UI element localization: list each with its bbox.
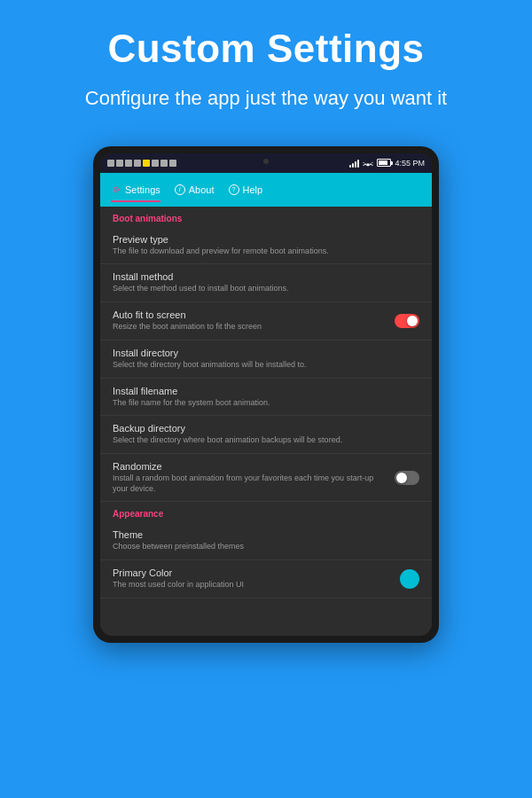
wifi-icon <box>363 159 373 168</box>
item-title-preview-type: Preview type <box>113 234 419 245</box>
page-title: Custom Settings <box>18 27 514 71</box>
device-container: 4:55 PM ⚙ Settings i About ? Help <box>0 146 532 643</box>
status-right: 4:55 PM <box>349 159 425 168</box>
notif-icon-2 <box>116 160 123 167</box>
item-text-randomize: Randomize Install a random boot animatio… <box>113 461 387 494</box>
item-subtitle-install-dir: Select the directory boot animations wil… <box>113 360 419 371</box>
item-text-auto-fit: Auto fit to screen Resize the boot anima… <box>113 309 387 332</box>
item-title-install-filename: Install filename <box>113 386 419 396</box>
item-subtitle-backup-dir: Select the directory where boot animatio… <box>113 435 419 446</box>
primary-color-circle[interactable] <box>400 569 419 589</box>
section-header-appearance: Appearance <box>100 502 432 522</box>
item-title-install-dir: Install directory <box>113 348 419 358</box>
item-text-install-filename: Install filename The file name for the s… <box>113 386 419 409</box>
tab-help[interactable]: ? Help <box>229 181 263 199</box>
notif-icon-6 <box>152 160 159 167</box>
header-section: Custom Settings Configure the app just t… <box>0 0 532 130</box>
item-title-primary-color: Primary Color <box>113 567 393 578</box>
list-item[interactable]: Backup directory Select the directory wh… <box>100 416 432 454</box>
auto-fit-toggle[interactable] <box>395 314 419 328</box>
tab-settings-label: Settings <box>125 184 160 195</box>
item-text-install-dir: Install directory Select the directory b… <box>113 348 419 371</box>
list-item[interactable]: Primary Color The most used color in app… <box>100 560 432 598</box>
notif-icon-1 <box>107 160 114 167</box>
tab-about[interactable]: i About <box>175 181 215 199</box>
item-subtitle-primary-color: The most used color in application UI <box>113 580 393 591</box>
settings-content: Boot animations Preview type The file to… <box>100 207 432 636</box>
tab-about-label: About <box>189 184 215 195</box>
section-header-boot: Boot animations <box>100 207 432 227</box>
signal-icon <box>349 159 359 168</box>
list-item[interactable]: Preview type The file to download and pr… <box>100 227 432 265</box>
notif-icon-5 <box>143 160 150 167</box>
item-text-preview-type: Preview type The file to download and pr… <box>113 234 419 257</box>
toggle-knob-randomize <box>396 473 407 483</box>
list-item[interactable]: Randomize Install a random boot animatio… <box>100 454 432 502</box>
item-title-install-method: Install method <box>113 271 419 282</box>
page-background: Custom Settings Configure the app just t… <box>0 0 532 798</box>
item-text-primary-color: Primary Color The most used color in app… <box>113 567 393 591</box>
item-title-backup-dir: Backup directory <box>113 423 419 434</box>
notif-icon-3 <box>125 160 132 167</box>
battery-tip <box>391 161 393 165</box>
gear-icon: ⚙ <box>111 184 121 195</box>
list-item[interactable]: Install filename The file name for the s… <box>100 379 432 417</box>
item-subtitle-install-method: Select the method used to install boot a… <box>113 284 419 294</box>
item-text-backup-dir: Backup directory Select the directory wh… <box>113 423 419 446</box>
info-icon: i <box>175 184 185 195</box>
item-subtitle-install-filename: The file name for the system boot animat… <box>113 398 419 409</box>
tab-help-label: Help <box>243 184 263 195</box>
tab-settings[interactable]: ⚙ Settings <box>111 181 160 199</box>
toggle-knob <box>407 316 418 326</box>
device-camera <box>263 159 269 164</box>
notif-icon-4 <box>134 160 141 167</box>
battery-icon <box>377 159 391 167</box>
list-item[interactable]: Theme Choose between preinstalled themes <box>100 522 432 560</box>
item-text-install-method: Install method Select the method used to… <box>113 271 419 294</box>
item-text-theme: Theme Choose between preinstalled themes <box>113 529 419 552</box>
item-title-auto-fit: Auto fit to screen <box>113 309 387 320</box>
battery-fill <box>379 160 387 165</box>
item-subtitle-auto-fit: Resize the boot animation to fit the scr… <box>113 322 387 332</box>
signal-bar-3 <box>355 161 356 168</box>
device-frame: 4:55 PM ⚙ Settings i About ? Help <box>93 146 439 643</box>
item-subtitle-theme: Choose between preinstalled themes <box>113 542 419 552</box>
page-subtitle: Configure the app just the way you want … <box>18 85 514 113</box>
app-bar: ⚙ Settings i About ? Help <box>100 173 432 207</box>
status-time: 4:55 PM <box>395 159 425 168</box>
notif-icon-8 <box>169 160 176 167</box>
item-title-theme: Theme <box>113 529 419 540</box>
device-screen: 4:55 PM ⚙ Settings i About ? Help <box>100 153 432 636</box>
list-item[interactable]: Auto fit to screen Resize the boot anima… <box>100 302 432 340</box>
signal-bar-1 <box>349 165 351 168</box>
list-item[interactable]: Install directory Select the directory b… <box>100 340 432 379</box>
status-left-icons <box>107 160 176 167</box>
item-subtitle-preview-type: The file to download and preview for rem… <box>113 246 419 257</box>
notif-icon-7 <box>160 160 168 167</box>
list-item[interactable]: Install method Select the method used to… <box>100 264 432 302</box>
signal-bar-2 <box>352 163 354 168</box>
item-subtitle-randomize: Install a random boot animation from you… <box>113 473 387 494</box>
signal-bar-4 <box>357 160 359 168</box>
randomize-toggle[interactable] <box>395 471 419 485</box>
item-title-randomize: Randomize <box>113 461 387 472</box>
question-icon: ? <box>229 184 239 195</box>
